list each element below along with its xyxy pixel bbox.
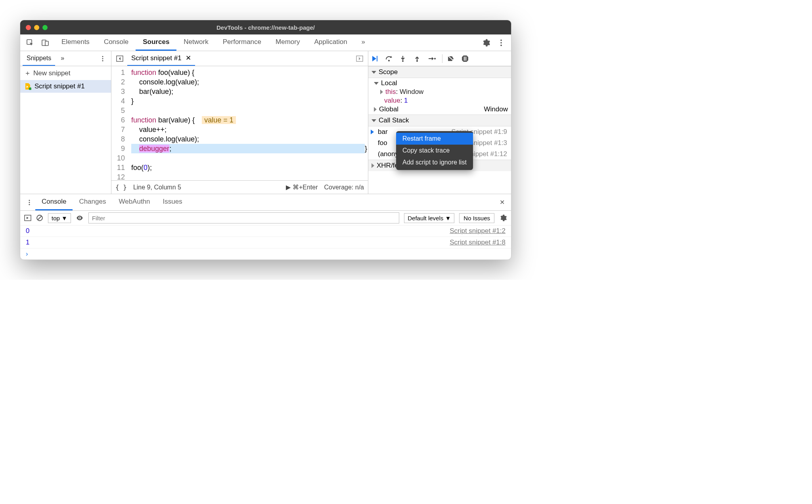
log-source-link[interactable]: Script snippet #1:8	[450, 239, 506, 246]
debugger-panel: Scope Local this: Window value: 1 Global…	[368, 51, 511, 194]
resume-button[interactable]	[371, 55, 380, 63]
log-levels-select[interactable]: Default levels ▼	[404, 213, 454, 223]
device-toggle-icon[interactable]	[39, 37, 51, 49]
callstack-section-header[interactable]: Call Stack	[368, 115, 511, 126]
more-icon[interactable]	[495, 37, 507, 49]
context-item-copy-stack-trace[interactable]: Copy stack trace	[396, 145, 473, 157]
svg-point-16	[434, 58, 436, 59]
sidebar-tabs: Snippets »	[20, 51, 111, 66]
console-filter-input[interactable]	[88, 212, 399, 223]
expand-icon	[380, 90, 383, 94]
execution-context-select[interactable]: top ▼	[48, 213, 71, 223]
console-settings-icon[interactable]	[499, 214, 507, 222]
drawer-tab-console[interactable]: Console	[35, 194, 73, 210]
scope-local-row[interactable]: Local	[368, 79, 511, 88]
svg-rect-18	[465, 57, 466, 61]
context-menu: Restart frame Copy stack trace Add scrip…	[396, 131, 473, 170]
coverage-status: Coverage: n/a	[324, 184, 364, 191]
close-drawer-icon[interactable]: ✕	[496, 197, 508, 208]
tab-console[interactable]: Console	[97, 34, 136, 51]
tab-memory[interactable]: Memory	[268, 34, 307, 51]
sidebar-more-icon[interactable]	[97, 53, 109, 65]
tab-application[interactable]: Application	[307, 34, 354, 51]
tab-sources[interactable]: Sources	[136, 34, 176, 51]
drawer-tab-webauthn[interactable]: WebAuthn	[112, 194, 156, 210]
svg-point-20	[29, 202, 30, 203]
minimize-window-button[interactable]	[34, 25, 39, 30]
drawer-more-icon[interactable]	[23, 197, 35, 208]
step-over-button[interactable]	[385, 55, 395, 63]
expand-icon	[374, 82, 379, 85]
context-item-ignore-list[interactable]: Add script to ignore list	[396, 157, 473, 168]
editor-tabs: Script snippet #1 ✕	[111, 51, 368, 66]
console-toolbar: top ▼ Default levels ▼ No Issues	[20, 211, 511, 225]
editor-tab[interactable]: Script snippet #1 ✕	[127, 51, 195, 66]
scope-value-row[interactable]: value: 1	[368, 96, 511, 105]
svg-point-7	[102, 58, 103, 59]
new-snippet-button[interactable]: ＋ New snippet	[20, 66, 111, 80]
issues-button[interactable]: No Issues	[459, 213, 494, 223]
inspect-element-icon[interactable]	[24, 37, 36, 49]
main-toolbar: Elements Console Sources Network Perform…	[20, 34, 511, 51]
pause-on-exceptions-button[interactable]	[462, 55, 471, 62]
line-gutter: 12345678910111213	[111, 66, 128, 180]
step-button[interactable]	[428, 55, 437, 62]
svg-point-3	[500, 39, 502, 41]
expand-icon	[372, 163, 374, 168]
scope-section-header[interactable]: Scope	[368, 66, 511, 78]
tabs-overflow-icon[interactable]: »	[354, 34, 372, 51]
toggle-debugger-icon[interactable]	[354, 53, 366, 65]
snippet-file-icon	[24, 83, 31, 90]
run-snippet-button[interactable]: ▶ ⌘+Enter	[286, 183, 318, 191]
code-editor[interactable]: 12345678910111213 function foo(value) { …	[111, 66, 368, 180]
code-body[interactable]: function foo(value) { console.log(value)…	[128, 66, 368, 180]
format-code-icon[interactable]: { }	[115, 183, 127, 191]
snippet-item[interactable]: Script snippet #1	[20, 80, 111, 93]
window-title: DevTools - chrome://new-tab-page/	[20, 24, 511, 31]
settings-icon[interactable]	[480, 37, 492, 49]
console-sidebar-toggle-icon[interactable]	[24, 214, 31, 221]
log-source-link[interactable]: Script snippet #1:2	[450, 227, 506, 235]
console-prompt[interactable]: ›	[20, 248, 511, 260]
scope-global-row[interactable]: Global Window	[368, 105, 511, 114]
svg-point-4	[500, 42, 502, 44]
svg-point-5	[500, 44, 502, 46]
sidebar-tab-snippets[interactable]: Snippets	[23, 51, 55, 66]
svg-rect-12	[377, 56, 377, 61]
context-item-restart-frame[interactable]: Restart frame	[396, 133, 473, 145]
deactivate-breakpoints-button[interactable]	[447, 55, 457, 62]
snippet-item-label: Script snippet #1	[34, 82, 85, 90]
console-log-row[interactable]: 0 Script snippet #1:2	[20, 225, 511, 237]
plus-icon: ＋	[24, 69, 31, 78]
tab-network[interactable]: Network	[176, 34, 215, 51]
live-expression-icon[interactable]	[76, 214, 84, 222]
toggle-navigator-icon[interactable]	[114, 53, 126, 65]
scope-this-row[interactable]: this: Window	[368, 88, 511, 96]
editor-status-bar: { } Line 9, Column 5 ▶ ⌘+Enter Coverage:…	[111, 180, 368, 194]
sidebar-tabs-overflow-icon[interactable]: »	[57, 51, 68, 66]
tab-performance[interactable]: Performance	[216, 34, 268, 51]
main-area: Snippets » ＋ New snippet Script snippet …	[20, 51, 511, 194]
close-window-button[interactable]	[26, 25, 31, 30]
console-body: 0 Script snippet #1:2 1 Script snippet #…	[20, 225, 511, 260]
maximize-window-button[interactable]	[42, 25, 48, 30]
svg-point-6	[102, 56, 103, 57]
scope-body: Local this: Window value: 1 Global Windo…	[368, 78, 511, 115]
inline-value-badge: value = 1	[202, 116, 236, 124]
console-log-row[interactable]: 1 Script snippet #1:8	[20, 237, 511, 248]
close-tab-icon[interactable]: ✕	[186, 54, 191, 62]
svg-point-19	[29, 200, 30, 201]
window-titlebar: DevTools - chrome://new-tab-page/	[20, 20, 511, 34]
drawer-tab-issues[interactable]: Issues	[157, 194, 189, 210]
traffic-lights	[26, 25, 48, 30]
svg-point-15	[416, 60, 418, 62]
drawer-tab-changes[interactable]: Changes	[73, 194, 112, 210]
step-into-button[interactable]	[399, 55, 409, 62]
clear-console-icon[interactable]	[36, 214, 43, 221]
expand-icon	[372, 71, 376, 74]
step-out-button[interactable]	[414, 55, 423, 62]
tab-elements[interactable]: Elements	[54, 34, 97, 51]
svg-point-24	[79, 217, 80, 218]
panel-tabs: Elements Console Sources Network Perform…	[54, 34, 477, 51]
cursor-position: Line 9, Column 5	[133, 184, 181, 191]
